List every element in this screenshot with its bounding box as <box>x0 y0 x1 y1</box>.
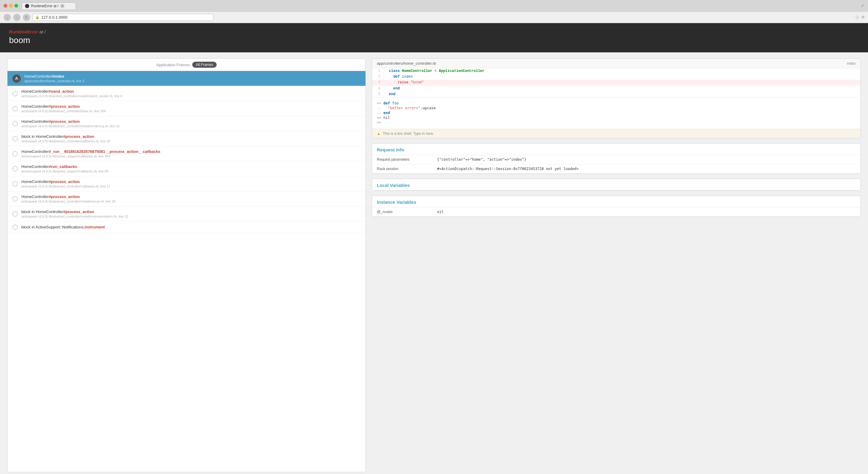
rack-session-row: Rack session #<ActionDispatch::Request::… <box>372 164 861 173</box>
frame-radio-4 <box>12 136 18 141</box>
frame-path-8: actionpack (4.0.0) lib/abstract_controll… <box>21 200 361 203</box>
frame-avatar-0: A <box>12 74 21 83</box>
frame-name-7: HomeController#process_action <box>21 179 361 184</box>
code-line-5: 5 end <box>372 92 861 97</box>
live-shell-text: This is a live shell. Type in here. <box>383 132 434 136</box>
nav-bar: ‹ › ↻ 🔒 127.0.0.1:3000 ☆ ≡ <box>0 11 868 23</box>
warning-icon: ▲ <box>377 132 380 136</box>
frame-info-9: block in HomeController#process_action a… <box>21 209 361 218</box>
error-type-line: RuntimeError at / <box>9 29 859 34</box>
back-button[interactable]: ‹ <box>4 14 11 21</box>
error-type-name: RuntimeError <box>9 29 38 34</box>
request-params-value: {"controller"=>"home", "action"=>"index"… <box>432 155 861 164</box>
repl-line-1: >> def foo <box>377 101 856 105</box>
frames-header: Application Frames All Frames <box>7 59 366 71</box>
tab-title: RuntimeError at / <box>31 4 58 8</box>
instance-variables-title: Instance Variables <box>372 196 861 207</box>
frame-item-4[interactable]: block in HomeController#process_action a… <box>7 131 366 146</box>
traffic-lights <box>4 4 18 7</box>
frame-path-1: actionpack (4.0.0) lib/action_controller… <box>21 94 361 98</box>
frame-radio-2 <box>12 106 18 111</box>
routes-label: @_routes <box>372 207 432 217</box>
frame-item-8[interactable]: HomeController#process_action actionpack… <box>7 192 366 206</box>
frame-item-1[interactable]: HomeController#send_action actionpack (4… <box>7 86 366 101</box>
frame-path-9: actionpack (4.0.0) lib/abstract_controll… <box>21 214 361 218</box>
code-line-3: 3 raise "boom" <box>372 80 861 86</box>
all-frames-button[interactable]: All Frames <box>192 62 217 68</box>
line-content-3: raise "boom" <box>384 80 428 86</box>
rack-session-label: Rack session <box>372 164 432 173</box>
code-header: app/controllers/home_controller.rb index <box>372 59 861 68</box>
forward-button[interactable]: › <box>13 14 21 21</box>
code-line-4: 4 end <box>372 86 861 92</box>
github-icon <box>25 4 29 8</box>
frame-info-5: HomeController#_run__4018816283576875081… <box>21 149 361 158</box>
frame-path-5: activesupport (4.0.0) lib/active_support… <box>21 155 361 158</box>
frame-radio-1 <box>12 91 18 96</box>
frame-info-8: HomeController#process_action actionpack… <box>21 195 361 203</box>
frame-name-3: HomeController#process_action <box>21 119 361 124</box>
frame-name-4: block in HomeController#process_action <box>21 134 361 139</box>
local-variables-section: Local Variables <box>372 179 861 191</box>
minimize-traffic-light[interactable] <box>9 4 13 7</box>
frame-radio-10 <box>12 225 18 230</box>
bookmark-icon[interactable]: ☆ <box>855 14 859 20</box>
line-num-5: 5 <box>372 92 384 97</box>
repl-line-5: >> <box>377 121 856 125</box>
line-content-2: def index <box>384 74 417 80</box>
frame-name-2: HomeController#process_action <box>21 104 361 109</box>
close-traffic-light[interactable] <box>4 4 7 7</box>
routes-value: nil <box>432 207 861 217</box>
frame-radio-9 <box>12 211 18 217</box>
frame-item-2[interactable]: HomeController#process_action actionpack… <box>7 101 366 116</box>
nav-actions: ☆ ≡ <box>855 14 864 20</box>
expand-icon[interactable]: ⤢ <box>861 3 864 8</box>
code-lines: 1 class HomeController < ApplicationCont… <box>372 68 861 97</box>
line-content-1: class HomeController < ApplicationContro… <box>384 68 489 74</box>
frame-info-6: HomeController#run_callbacks activesuppo… <box>21 164 361 173</box>
address-bar[interactable]: 🔒 127.0.0.1:3000 <box>33 14 213 21</box>
frame-info-7: HomeController#process_action actionpack… <box>21 179 361 188</box>
line-num-3: 3 <box>372 80 384 86</box>
line-content-5: end <box>384 92 400 97</box>
url-display: 127.0.0.1:3000 <box>41 15 67 20</box>
request-params-label: Request parameters <box>372 155 432 164</box>
frame-info-10: block in ActiveSupport::Notifications.in… <box>21 225 361 230</box>
routes-row: @_routes nil <box>372 207 861 217</box>
line-num-1: 1 <box>372 68 384 74</box>
frame-item-0[interactable]: A HomeController#index app/controllers/h… <box>7 71 366 86</box>
frame-path-6: activesupport (4.0.0) lib/active_support… <box>21 169 361 173</box>
menu-icon[interactable]: ≡ <box>862 14 864 20</box>
live-shell-notice: ▲ This is a live shell. Type in here. <box>372 129 861 138</box>
code-line-2: 2 def index <box>372 74 861 80</box>
fullscreen-traffic-light[interactable] <box>14 4 18 7</box>
frame-item-6[interactable]: HomeController#run_callbacks activesuppo… <box>7 161 366 176</box>
error-at: at / <box>38 29 46 34</box>
repl-line-2: .. "better errors".upcase <box>377 106 856 110</box>
frame-radio-3 <box>12 121 18 126</box>
browser-tab[interactable]: RuntimeError at / ✕ <box>22 2 76 9</box>
frame-name-1: HomeController#send_action <box>21 89 361 94</box>
frame-item-9[interactable]: block in HomeController#process_action a… <box>7 206 366 222</box>
request-info-section: Request info Request parameters {"contro… <box>372 143 861 174</box>
instance-variables-table: @_routes nil <box>372 207 861 217</box>
frame-name-5: HomeController#_run__4018816283576875081… <box>21 149 361 154</box>
repl-area[interactable]: >> def foo .. "better errors".upcase .. … <box>372 97 861 129</box>
lock-icon: 🔒 <box>35 15 39 19</box>
tab-close-button[interactable]: ✕ <box>60 4 64 8</box>
line-num-2: 2 <box>372 74 384 80</box>
repl-line-4: => nil <box>377 115 856 120</box>
frame-item-5[interactable]: HomeController#_run__4018816283576875081… <box>7 146 366 161</box>
frame-item-3[interactable]: HomeController#process_action actionpack… <box>7 116 366 131</box>
error-header: RuntimeError at / boom <box>0 23 868 53</box>
frame-radio-7 <box>12 181 18 187</box>
refresh-button[interactable]: ↻ <box>23 14 30 21</box>
app-frames-label: Application Frames <box>156 63 190 67</box>
frame-radio-6 <box>12 166 18 172</box>
frame-info-1: HomeController#send_action actionpack (4… <box>21 89 361 98</box>
frame-item-7[interactable]: HomeController#process_action actionpack… <box>7 176 366 192</box>
frame-item-10[interactable]: block in ActiveSupport::Notifications.in… <box>7 222 366 233</box>
instance-variables-section: Instance Variables @_routes nil <box>372 196 861 217</box>
title-bar: RuntimeError at / ✕ ⤢ <box>0 0 868 11</box>
repl-line-3: .. end <box>377 111 856 115</box>
